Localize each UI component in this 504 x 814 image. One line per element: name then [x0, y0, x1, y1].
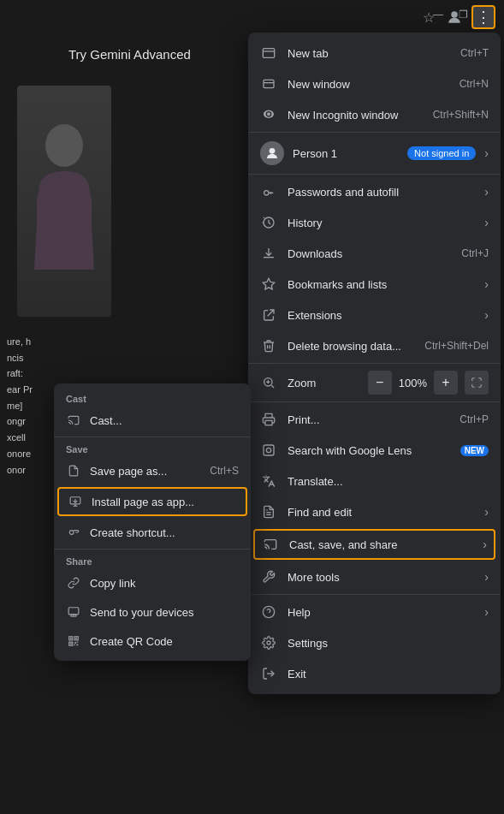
install-app-label: Install page as app... [92, 496, 237, 508]
sub-menu: Cast Cast... Save Save page as... Ctrl+S [54, 383, 251, 661]
zoom-minus-button[interactable]: − [368, 371, 392, 395]
passwords-item[interactable]: Passwords and autofill › [248, 176, 501, 207]
zoom-row: Zoom − 100% + [248, 365, 501, 400]
exit-icon [260, 665, 277, 682]
new-tab-label: New tab [288, 47, 454, 60]
history-arrow: › [484, 216, 489, 229]
svg-rect-38 [75, 638, 77, 639]
zoom-value[interactable]: 100% [395, 373, 430, 393]
extensions-arrow: › [484, 308, 489, 322]
svg-rect-39 [70, 643, 72, 645]
cast-save-share-label: Cast, save, and share [289, 538, 479, 551]
system-section: Help › Settings Exit [248, 595, 501, 691]
svg-point-9 [264, 191, 269, 195]
history-item[interactable]: History › [248, 207, 501, 238]
svg-rect-6 [264, 80, 274, 87]
install-app-icon [68, 494, 83, 509]
find-edit-arrow: › [484, 505, 489, 519]
create-shortcut-label: Create shortcut... [90, 526, 239, 539]
install-app-item[interactable]: Install page as app... [57, 487, 247, 516]
zoom-label: Zoom [288, 377, 368, 389]
person-image [17, 86, 111, 317]
browser-actions-section: New tab Ctrl+T New window Ctrl+N New Inc… [248, 36, 501, 133]
send-devices-icon [66, 604, 81, 620]
more-tools-item[interactable]: More tools › [248, 561, 501, 592]
settings-label: Settings [288, 637, 489, 650]
account-section: Passwords and autofill › History › [248, 175, 501, 364]
translate-item[interactable]: Translate... [248, 466, 501, 496]
svg-rect-2 [76, 193, 92, 253]
save-page-label: Save page as... [90, 465, 210, 478]
downloads-item[interactable]: Downloads Ctrl+J [248, 238, 501, 269]
delete-data-item[interactable]: Delete browsing data... Ctrl+Shift+Del [248, 330, 501, 361]
new-window-item[interactable]: New window Ctrl+N [248, 68, 501, 99]
print-icon [260, 411, 277, 428]
cast-save-share-item[interactable]: Cast, save, and share › [253, 529, 495, 560]
downloads-shortcut: Ctrl+J [461, 247, 489, 259]
page-gemini-text: Try Gemini Advanced [68, 47, 191, 62]
translate-label: Translate... [288, 475, 489, 488]
cast-item-icon [66, 413, 81, 428]
save-section: Save Save page as... Ctrl+S [54, 437, 251, 550]
not-signed-badge: Not signed in [407, 146, 476, 160]
zoom-plus-button[interactable]: + [434, 371, 458, 395]
more-tools-arrow: › [484, 570, 489, 584]
person-avatar [260, 141, 284, 165]
svg-rect-41 [74, 642, 76, 644]
person-section: Person 1 Not signed in › [248, 133, 501, 175]
save-page-item[interactable]: Save page as... Ctrl+S [54, 456, 251, 485]
settings-item[interactable]: Settings [248, 627, 501, 658]
print-item[interactable]: Print... Ctrl+P [248, 404, 501, 435]
new-tab-item[interactable]: New tab Ctrl+T [248, 38, 501, 68]
send-devices-label: Send to your devices [90, 606, 239, 619]
help-icon [260, 603, 277, 621]
copy-link-icon [66, 575, 81, 591]
cast-save-share-icon [262, 536, 279, 553]
google-lens-badge: NEW [460, 445, 489, 456]
incognito-item[interactable]: New Incognito window Ctrl+Shift+N [248, 99, 501, 130]
qr-code-icon [66, 633, 81, 649]
copy-link-item[interactable]: Copy link [54, 568, 251, 597]
find-edit-label: Find and edit [288, 506, 481, 519]
svg-marker-11 [263, 278, 274, 289]
svg-line-13 [271, 385, 274, 388]
bookmarks-label: Bookmarks and lists [288, 278, 481, 291]
extensions-label: Extensions [288, 309, 481, 322]
create-shortcut-item[interactable]: Create shortcut... [54, 518, 251, 547]
history-label: History [288, 217, 481, 229]
translate-icon [260, 472, 277, 490]
main-menu-button[interactable]: ⋮ [471, 5, 495, 29]
new-window-label: New window [288, 78, 453, 91]
help-arrow: › [484, 605, 489, 619]
zoom-expand-button[interactable] [465, 371, 489, 395]
cast-item-label: Cast... [90, 414, 239, 427]
share-section: Share Copy link Send to your devices [54, 550, 251, 657]
incognito-shortcut: Ctrl+Shift+N [433, 109, 489, 121]
zoom-controls: − 100% + [368, 371, 489, 395]
exit-item[interactable]: Exit [248, 658, 501, 689]
person-row[interactable]: Person 1 Not signed in › [248, 134, 501, 172]
zoom-section: Zoom − 100% + [248, 364, 501, 402]
new-tab-icon [260, 45, 277, 62]
send-devices-item[interactable]: Send to your devices [54, 597, 251, 627]
find-edit-item[interactable]: Find and edit › [248, 496, 501, 527]
qr-code-item[interactable]: Create QR Code [54, 627, 251, 656]
svg-rect-4 [263, 49, 274, 58]
svg-rect-16 [265, 420, 272, 425]
left-body-text: ure, h ncis raft: ear Pr me] ongr xcell … [7, 334, 33, 478]
delete-data-icon [260, 337, 277, 354]
svg-point-30 [69, 531, 74, 535]
person-name: Person 1 [293, 147, 407, 160]
minimize-button[interactable]: — [433, 9, 443, 21]
extensions-item[interactable]: Extensions › [248, 300, 501, 330]
bookmarks-item[interactable]: Bookmarks and lists › [248, 269, 501, 300]
more-tools-label: More tools [288, 571, 481, 584]
maximize-button[interactable]: ❐ [459, 9, 468, 21]
cast-item[interactable]: Cast... [54, 406, 251, 435]
bookmarks-arrow: › [484, 277, 489, 291]
cast-section-title: Cast [54, 389, 251, 406]
google-lens-item[interactable]: Search with Google Lens NEW [248, 435, 501, 466]
help-item[interactable]: Help › [248, 597, 501, 627]
share-section-title: Share [54, 551, 251, 568]
help-label: Help [288, 606, 481, 619]
